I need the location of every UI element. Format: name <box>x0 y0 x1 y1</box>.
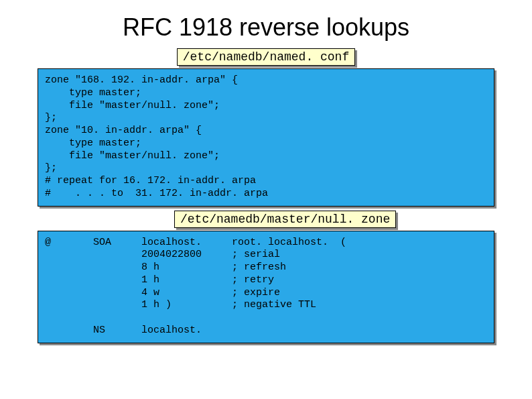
file-label-named-conf: /etc/namedb/named. conf <box>177 48 355 66</box>
code-block-null-zone: @ SOA localhost. root. localhost. ( 2004… <box>38 231 494 343</box>
page-title: RFC 1918 reverse lookups <box>0 13 532 42</box>
code-block-named-conf: zone "168. 192. in-addr. arpa" { type ma… <box>38 68 494 207</box>
file-label-null-zone: /etc/namedb/master/null. zone <box>174 211 396 228</box>
